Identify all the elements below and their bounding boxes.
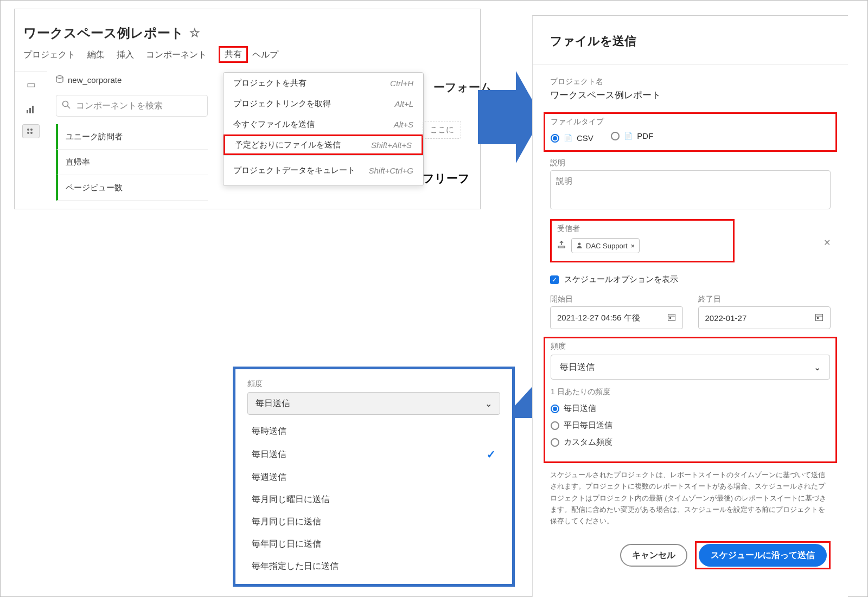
start-date-label: 開始日 [550, 294, 683, 304]
filetype-pdf-radio[interactable]: 📄PDF [611, 131, 653, 140]
end-date-label: 終了日 [698, 294, 831, 304]
freq-opt-hourly[interactable]: 毎時送信 [247, 420, 500, 442]
svg-rect-1 [29, 108, 31, 113]
send-file-panel: ファイルを送信 プロジェクト名 ワークスペース例レポート ファイルタイプ 📄CS… [532, 15, 848, 597]
share-project[interactable]: プロジェクトを共有Ctrl+H [224, 73, 423, 93]
project-name-label: プロジェクト名 [550, 77, 831, 87]
favorite-icon[interactable]: ☆ [189, 26, 200, 40]
nav-panel-icon[interactable]: ▭ [15, 72, 47, 97]
menubar: プロジェクト 編集 挿入 コンポーネント 共有 ヘルプ [23, 48, 290, 65]
freq-opt-monthly-dow[interactable]: 毎月同じ曜日に送信 [247, 489, 500, 511]
svg-point-4 [30, 129, 33, 131]
daily-opt-everyday[interactable]: 毎日送信 [551, 403, 830, 414]
daily-opt-weekday[interactable]: 平日毎日送信 [551, 420, 830, 431]
description-input[interactable] [550, 170, 831, 209]
svg-rect-2 [32, 106, 34, 113]
freqpop-label: 頻度 [247, 379, 500, 389]
send-button-highlight: スケジュールに沿って送信 [695, 541, 831, 569]
segment-dropzone[interactable]: ここに [423, 121, 461, 139]
daily-opt-custom[interactable]: カスタム頻度 [551, 437, 830, 447]
schedule-toggle[interactable]: ✓ スケジュールオプションを表示 [550, 274, 831, 285]
chevron-down-icon: ⌄ [485, 399, 492, 409]
frequency-select[interactable]: 毎日送信 ⌄ [551, 355, 830, 380]
panel-name-partial: ーフォーム [394, 80, 492, 95]
svg-point-3 [27, 129, 29, 131]
menu-component[interactable]: コンポーネント [146, 48, 212, 65]
frequency-popup: 頻度 毎日送信 ⌄ 毎時送信 毎日送信✓ 毎週送信 毎月同じ曜日に送信 毎月同じ… [233, 367, 515, 587]
svg-point-6 [30, 132, 33, 134]
report-suite-selector[interactable]: new_corporate [56, 75, 122, 85]
get-project-link[interactable]: プロジェクトリンクを取得Alt+L [224, 93, 423, 114]
schedule-note: スケジュールされたプロジェクトは、レポートスイートのタイムゾーンに基づいて送信さ… [550, 470, 831, 527]
project-name-value: ワークスペース例レポート [550, 89, 831, 101]
share-dropdown: プロジェクトを共有Ctrl+H プロジェクトリンクを取得Alt+L 今すぐファイ… [223, 72, 424, 186]
svg-rect-10 [558, 246, 565, 248]
menu-help[interactable]: ヘルプ [252, 48, 284, 65]
menu-share[interactable]: 共有 [219, 46, 248, 63]
recipients-section: 受信者 DAC Support × [550, 219, 735, 262]
component-search[interactable]: コンポーネントを検索 [56, 95, 208, 117]
freq-opt-yearly-spec[interactable]: 毎年指定した日に送信 [247, 555, 500, 577]
user-icon [576, 242, 583, 250]
svg-point-7 [56, 76, 63, 79]
send-file-now[interactable]: 今すぐファイルを送信Alt+S [224, 114, 423, 134]
daily-freq-label: 1 日あたりの頻度 [551, 387, 830, 397]
freq-opt-weekly[interactable]: 毎週送信 [247, 466, 500, 489]
upload-icon[interactable] [557, 240, 566, 251]
menu-insert[interactable]: 挿入 [117, 48, 139, 65]
check-icon: ✓ [487, 448, 496, 461]
svg-rect-12 [668, 314, 675, 320]
svg-line-9 [68, 106, 71, 109]
calendar-icon [815, 313, 824, 323]
svg-point-5 [27, 132, 29, 134]
freq-opt-yearly-same[interactable]: 毎年同じ日に送信 [247, 533, 500, 555]
recipients-label: 受信者 [557, 224, 727, 234]
filetype-section: ファイルタイプ 📄CSV 📄PDF [544, 112, 837, 152]
annotation-arrow [478, 90, 516, 144]
start-date-input[interactable]: 2021-12-27 04:56 午後 [550, 306, 683, 329]
freq-opt-monthly-dom[interactable]: 毎月同じ日に送信 [247, 511, 500, 533]
filetype-label: ファイルタイプ [551, 117, 830, 127]
end-date-input[interactable]: 2022-01-27 [698, 306, 831, 329]
calendar-icon [667, 313, 676, 323]
search-icon [62, 100, 71, 111]
frequency-label: 頻度 [551, 342, 830, 351]
workspace-area: ワークスペース例レポート ☆ プロジェクト 編集 挿入 コンポーネント 共有 ヘ… [14, 9, 481, 209]
nav-components-icon[interactable] [22, 124, 40, 138]
chevron-down-icon: ⌄ [814, 362, 821, 373]
freq-opt-daily[interactable]: 毎日送信✓ [247, 442, 500, 466]
cancel-button[interactable]: キャンセル [620, 544, 687, 567]
metric-list: ユニーク訪問者 直帰率 ページビュー数 [56, 124, 208, 201]
database-icon [56, 75, 63, 85]
menu-edit[interactable]: 編集 [87, 48, 110, 65]
svg-rect-15 [816, 314, 823, 320]
metric-item[interactable]: 直帰率 [56, 150, 208, 175]
file-icon: 📄 [564, 134, 572, 142]
svg-rect-17 [817, 317, 819, 319]
remove-chip-icon[interactable]: × [631, 242, 635, 250]
file-icon: 📄 [624, 132, 633, 140]
frequency-section: 頻度 毎日送信 ⌄ 1 日あたりの頻度 毎日送信 平日毎日送信 カスタム頻度 [544, 337, 837, 463]
svg-rect-14 [669, 317, 671, 319]
metric-item[interactable]: ユニーク訪問者 [56, 124, 208, 150]
left-nav: ▭ [15, 72, 47, 142]
clear-recipients-icon[interactable]: ✕ [824, 237, 831, 248]
search-placeholder: コンポーネントを検索 [76, 100, 163, 112]
recipient-chip[interactable]: DAC Support × [571, 238, 640, 253]
report-suite-name: new_corporate [68, 75, 122, 85]
project-title: ワークスペース例レポート [23, 24, 184, 42]
nav-visualize-icon[interactable] [15, 97, 47, 121]
metric-item[interactable]: ページビュー数 [56, 175, 208, 201]
project-title-row: ワークスペース例レポート ☆ [23, 24, 200, 42]
svg-point-11 [578, 242, 581, 245]
checkbox-icon: ✓ [550, 275, 559, 284]
send-on-schedule-button[interactable]: スケジュールに沿って送信 [699, 544, 827, 567]
freeform-label-partial: フリーフ [423, 171, 470, 186]
curate-project-data[interactable]: プロジェクトデータをキュレートShift+Ctrl+G [224, 155, 423, 185]
freqpop-select[interactable]: 毎日送信 ⌄ [247, 392, 500, 415]
svg-rect-0 [27, 110, 28, 113]
filetype-csv-radio[interactable]: 📄CSV [551, 133, 593, 143]
send-file-scheduled[interactable]: 予定どおりにファイルを送信Shift+Alt+S [224, 134, 423, 155]
description-label: 説明 [550, 158, 831, 168]
menu-project[interactable]: プロジェクト [23, 48, 81, 65]
